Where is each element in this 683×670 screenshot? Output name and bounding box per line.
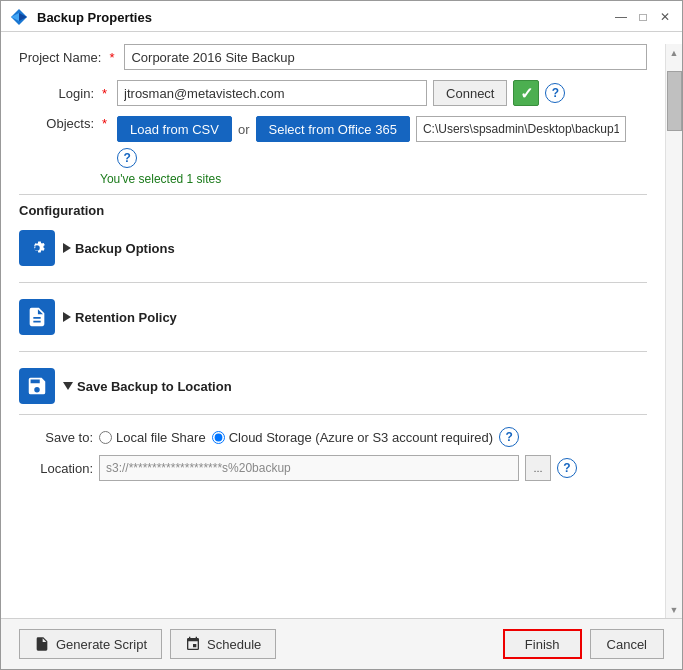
connect-button[interactable]: Connect [433, 80, 507, 106]
login-row: Login: * Connect ✓ ? [19, 80, 647, 106]
project-name-row: Project Name: * [19, 44, 647, 70]
app-icon [9, 7, 29, 27]
section-divider-1 [19, 194, 647, 195]
document-icon [26, 306, 48, 328]
save-backup-header: Save Backup to Location [19, 368, 647, 415]
local-file-share-radio[interactable] [99, 431, 112, 444]
check-icon: ✓ [513, 80, 539, 106]
configuration-title: Configuration [19, 203, 647, 218]
generate-script-icon [34, 636, 50, 652]
footer: Generate Script Schedule Finish Cancel [1, 618, 682, 669]
scrollbar[interactable]: ▲ ▼ [665, 44, 682, 618]
generate-script-button[interactable]: Generate Script [19, 629, 162, 659]
objects-help-icon[interactable]: ? [117, 148, 137, 168]
scroll-thumb[interactable] [667, 71, 682, 131]
retention-policy-icon [19, 299, 55, 335]
objects-required: * [102, 116, 107, 131]
local-file-share-option[interactable]: Local file Share [99, 430, 206, 445]
close-button[interactable]: ✕ [656, 8, 674, 26]
login-input[interactable] [117, 80, 427, 106]
generate-script-label: Generate Script [56, 637, 147, 652]
retention-policy-triangle [63, 312, 71, 322]
schedule-button[interactable]: Schedule [170, 629, 276, 659]
title-bar: Backup Properties — □ ✕ [1, 1, 682, 31]
schedule-icon [185, 636, 201, 652]
location-input[interactable] [99, 455, 519, 481]
project-name-required: * [109, 50, 114, 65]
backup-options-triangle [63, 243, 71, 253]
scroll-track[interactable] [666, 61, 682, 601]
retention-policy-text: Retention Policy [75, 310, 177, 325]
load-csv-button[interactable]: Load from CSV [117, 116, 232, 142]
save-backup-triangle [63, 382, 73, 390]
location-help-icon[interactable]: ? [557, 458, 577, 478]
save-backup-section: Save Backup to Location Save to: Local f… [19, 368, 647, 481]
backup-options-label[interactable]: Backup Options [63, 241, 175, 256]
footer-left: Generate Script Schedule [19, 629, 276, 659]
backup-options-icon [19, 230, 55, 266]
save-icon [26, 375, 48, 397]
selected-sites-text: You've selected 1 sites [100, 172, 647, 186]
retention-policy-section: Retention Policy [19, 299, 647, 352]
finish-button[interactable]: Finish [503, 629, 582, 659]
backup-options-text: Backup Options [75, 241, 175, 256]
footer-right: Finish Cancel [503, 629, 664, 659]
save-to-row: Save to: Local file Share Cloud Storage … [23, 427, 647, 447]
location-row: Location: ... ? [23, 455, 647, 481]
retention-policy-label[interactable]: Retention Policy [63, 310, 177, 325]
cloud-storage-radio[interactable] [212, 431, 225, 444]
objects-row: Objects: * Load from CSV or Select from … [19, 116, 647, 168]
cloud-storage-label: Cloud Storage (Azure or S3 account requi… [229, 430, 493, 445]
project-name-input[interactable] [124, 44, 647, 70]
backup-options-section: Backup Options [19, 230, 647, 283]
save-to-help-icon[interactable]: ? [499, 427, 519, 447]
scroll-down-button[interactable]: ▼ [666, 601, 683, 618]
local-file-share-label: Local file Share [116, 430, 206, 445]
title-bar-controls: — □ ✕ [612, 8, 674, 26]
objects-label: Objects: [19, 116, 94, 131]
main-content: Project Name: * Login: * Connect ✓ ? Obj… [1, 44, 682, 618]
save-backup-text: Save Backup to Location [77, 379, 232, 394]
save-backup-label[interactable]: Save Backup to Location [63, 379, 232, 394]
gear-icon [26, 237, 48, 259]
objects-controls: Load from CSV or Select from Office 365 … [117, 116, 647, 168]
location-label: Location: [23, 461, 93, 476]
top-divider [1, 31, 682, 32]
save-backup-icon [19, 368, 55, 404]
csv-path-input[interactable] [416, 116, 626, 142]
main-window: Backup Properties — □ ✕ Project Name: * … [0, 0, 683, 670]
form-area: Project Name: * Login: * Connect ✓ ? Obj… [1, 44, 665, 618]
login-required: * [102, 86, 107, 101]
scroll-up-button[interactable]: ▲ [666, 44, 683, 61]
minimize-button[interactable]: — [612, 8, 630, 26]
title-bar-left: Backup Properties [9, 7, 152, 27]
location-browse-button[interactable]: ... [525, 455, 551, 481]
select-office-button[interactable]: Select from Office 365 [256, 116, 410, 142]
login-label: Login: [19, 86, 94, 101]
cloud-storage-option[interactable]: Cloud Storage (Azure or S3 account requi… [212, 430, 493, 445]
login-help-icon[interactable]: ? [545, 83, 565, 103]
or-text: or [238, 122, 250, 137]
save-to-label: Save to: [23, 430, 93, 445]
maximize-button[interactable]: □ [634, 8, 652, 26]
cancel-button[interactable]: Cancel [590, 629, 664, 659]
window-title: Backup Properties [37, 10, 152, 25]
project-name-label: Project Name: [19, 50, 101, 65]
schedule-label: Schedule [207, 637, 261, 652]
